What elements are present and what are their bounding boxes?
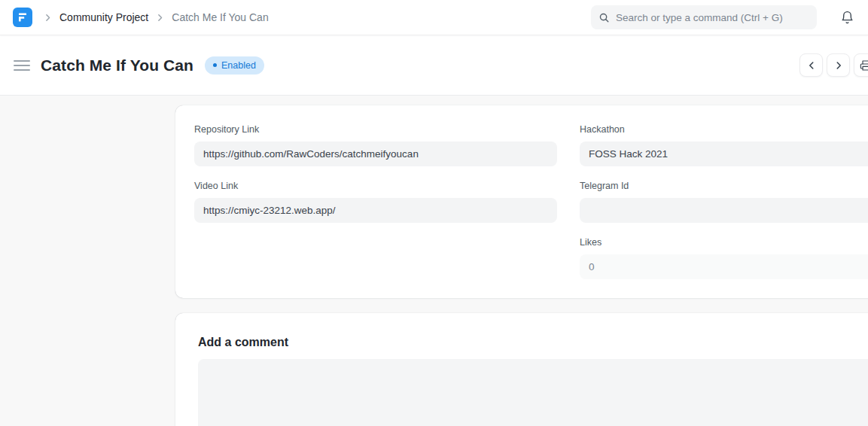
field-video-link: Video Link [194, 181, 557, 223]
hamburger-icon [14, 60, 30, 62]
field-telegram-id: Telegram Id [580, 181, 868, 223]
next-record-button[interactable] [827, 53, 850, 77]
sidebar-toggle-button[interactable] [14, 59, 30, 72]
field-label: Repository Link [194, 124, 557, 135]
header-actions [799, 53, 868, 77]
field-repository-link: Repository Link [194, 124, 557, 166]
field-likes: Likes [580, 237, 868, 279]
status-badge: Enabled [205, 56, 264, 75]
notifications-button[interactable] [839, 9, 856, 26]
breadcrumb: Community Project Catch Me If You Can [43, 11, 269, 23]
search-input[interactable] [616, 12, 809, 23]
navbar: Community Project Catch Me If You Can [0, 0, 868, 35]
hamburger-icon [14, 65, 30, 66]
repository-link-input[interactable] [194, 141, 557, 166]
print-button[interactable] [854, 53, 868, 77]
video-link-input[interactable] [194, 198, 557, 223]
status-dot-icon [213, 63, 217, 67]
breadcrumb-item-community-project[interactable]: Community Project [59, 11, 148, 23]
telegram-id-input[interactable] [580, 198, 868, 223]
hackathon-input[interactable] [580, 141, 868, 166]
field-hackathon: Hackathon [580, 124, 868, 166]
chevron-right-icon [43, 13, 53, 23]
comment-card: Add a comment [175, 313, 868, 426]
chevron-right-icon [833, 60, 844, 71]
frappe-logo-icon[interactable] [13, 8, 32, 27]
frappe-f-glyph [17, 11, 29, 23]
chevron-left-icon [806, 60, 817, 71]
search-icon [598, 12, 610, 23]
chevron-right-icon [155, 13, 165, 23]
form-column-right: Hackathon Telegram Id Likes [580, 124, 868, 279]
comment-input[interactable] [198, 359, 868, 426]
field-label: Video Link [194, 181, 557, 192]
field-label: Hackathon [580, 124, 868, 135]
page-title: Catch Me If You Can [41, 56, 193, 75]
status-badge-label: Enabled [221, 60, 256, 71]
global-search[interactable] [591, 5, 817, 29]
printer-icon [860, 59, 868, 72]
previous-record-button[interactable] [799, 53, 823, 77]
bell-icon [840, 11, 854, 25]
field-label: Likes [580, 237, 868, 248]
likes-input [580, 254, 868, 279]
main-content: Repository Link Video Link Hackathon Tel… [0, 96, 868, 426]
form-column-left: Repository Link Video Link [194, 124, 557, 279]
page-header: Catch Me If You Can Enabled [0, 35, 868, 96]
field-label: Telegram Id [580, 181, 868, 192]
breadcrumb-item-current: Catch Me If You Can [172, 11, 268, 23]
details-form-card: Repository Link Video Link Hackathon Tel… [175, 105, 868, 298]
hamburger-icon [14, 69, 30, 71]
add-comment-heading: Add a comment [198, 336, 868, 349]
